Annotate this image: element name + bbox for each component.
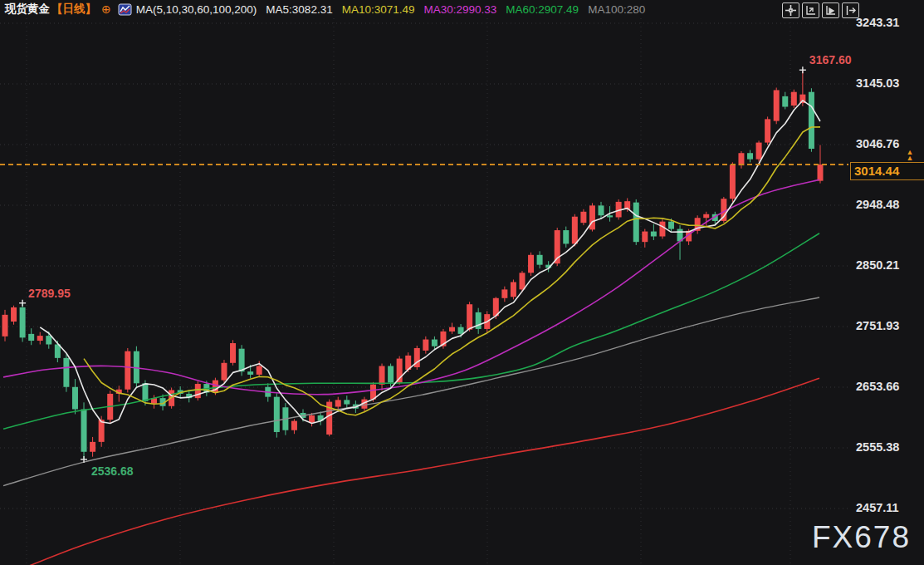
ma-group-label: MA(5,10,30,60,100,200)	[136, 3, 257, 16]
symbol-title: 现货黄金	[5, 2, 50, 17]
axis-zoom-right-icon[interactable]	[822, 2, 839, 18]
axis-tick-6: 2653.66	[856, 380, 899, 393]
axis-tick-2: 3046.76	[856, 137, 899, 150]
ma200-line	[17, 378, 819, 565]
ma10-line	[84, 127, 820, 415]
ma-value-4: MA100:280	[588, 3, 645, 16]
chart-canvas[interactable]: 2789.952536.683167.60	[0, 0, 924, 565]
ma100-line	[3, 297, 819, 486]
axis-zoom-left-icon[interactable]	[802, 2, 819, 18]
price-annotation: 2789.95	[28, 287, 71, 300]
candlesticks	[2, 70, 824, 459]
chart-toolbar	[782, 2, 859, 18]
ma60-line	[3, 233, 819, 429]
grid-lines	[0, 18, 848, 565]
axis-tick-3: 2948.48	[856, 198, 899, 211]
add-indicator-icon[interactable]: ⊕	[101, 2, 111, 16]
axis-tick-4: 2850.21	[856, 258, 899, 272]
axis-tick-1: 3145.03	[856, 76, 899, 90]
ma5-line	[40, 101, 820, 424]
price-up-arrows-icon: ▲▲	[903, 150, 917, 161]
ma-legend: MA5:3082.31MA10:3071.49MA30:2990.33MA60:…	[257, 3, 645, 16]
ma-value-1: MA10:3071.49	[342, 3, 415, 16]
price-annotation: 2536.68	[91, 464, 134, 478]
pan-right-icon[interactable]	[842, 2, 859, 18]
ma-value-0: MA5:3082.31	[266, 3, 332, 16]
timeframe-label[interactable]: 【日线】	[51, 2, 96, 17]
crosshair-icon[interactable]	[782, 2, 799, 18]
last-price-badge: 3014.44	[850, 162, 924, 180]
ma-value-3: MA60:2907.49	[506, 3, 579, 16]
axis-tick-7: 2555.38	[856, 440, 899, 454]
ma-value-2: MA30:2990.33	[423, 3, 496, 16]
axis-tick-5: 2751.93	[856, 319, 899, 332]
price-annotation: 3167.60	[809, 53, 852, 66]
mini-chart-icon	[118, 3, 132, 16]
trading-chart-app: 2789.952536.683167.60 现货黄金 【日线】 ⊕ MA(5,1…	[0, 0, 924, 565]
watermark-fx678: FX678	[812, 520, 911, 555]
axis-tick-8: 2457.11	[856, 501, 899, 514]
